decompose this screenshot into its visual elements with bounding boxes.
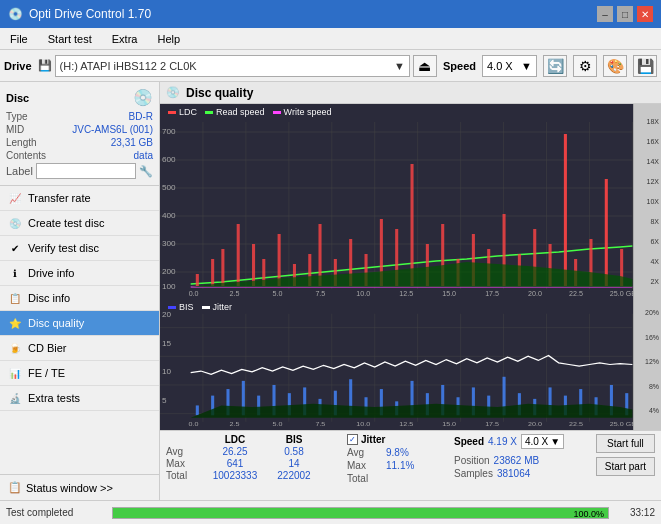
- sidebar-item-create-test-disc[interactable]: 💿 Create test disc: [0, 211, 159, 236]
- drive-value: (H:) ATAPI iHBS112 2 CL0K: [60, 60, 197, 72]
- ldc-label: LDC: [179, 107, 197, 117]
- disc-info-label: Disc info: [28, 292, 70, 304]
- ldc-header: LDC: [205, 434, 265, 445]
- position-value: 23862 MB: [494, 455, 540, 466]
- save-button[interactable]: 💾: [633, 55, 657, 77]
- menu-start-test[interactable]: Start test: [42, 31, 98, 47]
- sidebar: Disc 💿 Type BD-R MID JVC-AMS6L (001) Len…: [0, 82, 160, 500]
- maximize-button[interactable]: □: [617, 6, 633, 22]
- svg-text:20.0: 20.0: [528, 421, 542, 427]
- bottom-status-bar: Test completed 100.0% 33:12: [0, 500, 661, 524]
- svg-rect-49: [564, 134, 567, 286]
- drive-select: 💾 (H:) ATAPI iHBS112 2 CL0K ▼ ⏏: [38, 55, 437, 77]
- menu-file[interactable]: File: [4, 31, 34, 47]
- svg-text:17.5: 17.5: [485, 421, 499, 427]
- sidebar-item-extra-tests[interactable]: 🔬 Extra tests: [0, 386, 159, 411]
- max-jitter-row: Max 11.1%: [347, 460, 426, 471]
- stats-header-row: LDC BIS: [166, 434, 319, 445]
- svg-text:5: 5: [162, 397, 167, 405]
- stats-table: LDC BIS Avg 26.25 0.58 Max 641 14 Tota: [166, 434, 319, 481]
- svg-text:0.0: 0.0: [189, 290, 199, 297]
- sidebar-item-drive-info[interactable]: ℹ Drive info: [0, 261, 159, 286]
- length-value: 23,31 GB: [111, 137, 153, 148]
- svg-text:300: 300: [162, 239, 176, 248]
- content-header-icon: 💿: [166, 86, 180, 99]
- speed-row: Speed 4.19 X 4.0 X ▼: [454, 434, 564, 449]
- type-value: BD-R: [129, 111, 153, 122]
- total-jitter-row: Total: [347, 473, 426, 484]
- status-window-button[interactable]: 📋 Status window >>: [0, 475, 159, 500]
- disc-label-row: Label 🔧: [6, 163, 153, 179]
- label-input[interactable]: [36, 163, 136, 179]
- minimize-button[interactable]: –: [597, 6, 613, 22]
- verify-test-disc-label: Verify test disc: [28, 242, 99, 254]
- svg-rect-39: [411, 164, 414, 286]
- fe-te-label: FE / TE: [28, 367, 65, 379]
- max-ldc: 641: [205, 458, 265, 469]
- speed-dropdown[interactable]: 4.0 X ▼: [482, 55, 537, 77]
- label-icon[interactable]: 🔧: [139, 165, 153, 178]
- speed-col-label: Speed: [454, 436, 484, 447]
- sidebar-item-cd-bier[interactable]: 🍺 CD Bier: [0, 336, 159, 361]
- jitter-header-row: ✓ Jitter: [347, 434, 426, 445]
- disc-type-row: Type BD-R: [6, 111, 153, 122]
- y-label-16pct: 16%: [636, 334, 659, 341]
- svg-text:10.0: 10.0: [356, 290, 370, 297]
- total-row: Total 10023333 222002: [166, 470, 319, 481]
- total-label: Total: [166, 470, 201, 481]
- samples-label: Samples: [454, 468, 493, 479]
- sidebar-item-fe-te[interactable]: 📊 FE / TE: [0, 361, 159, 386]
- settings-button[interactable]: ⚙: [573, 55, 597, 77]
- legend-bis: BIS: [168, 302, 194, 312]
- svg-rect-28: [252, 244, 255, 286]
- y-label-12x: 12X: [636, 178, 659, 185]
- svg-text:12.5: 12.5: [399, 421, 413, 427]
- app-title: Opti Drive Control 1.70: [29, 7, 151, 21]
- time-display: 33:12: [615, 507, 655, 518]
- max-jitter-label: Max: [347, 460, 382, 471]
- speed-current-value: 4.19 X: [488, 436, 517, 447]
- menu-extra[interactable]: Extra: [106, 31, 144, 47]
- sidebar-item-verify-test-disc[interactable]: ✔ Verify test disc: [0, 236, 159, 261]
- svg-rect-30: [278, 234, 281, 286]
- svg-text:200: 200: [162, 267, 176, 276]
- y-label-14x: 14X: [636, 158, 659, 165]
- start-full-button[interactable]: Start full: [596, 434, 655, 453]
- svg-text:400: 400: [162, 211, 176, 220]
- speed-arrow-icon: ▼: [521, 60, 532, 72]
- sidebar-item-transfer-rate[interactable]: 📈 Transfer rate: [0, 186, 159, 211]
- drive-dropdown[interactable]: (H:) ATAPI iHBS112 2 CL0K ▼: [55, 55, 410, 77]
- legend-write-speed: Write speed: [273, 107, 332, 117]
- total-bis: 222002: [269, 470, 319, 481]
- titlebar-controls: – □ ✕: [597, 6, 653, 22]
- contents-value: data: [134, 150, 153, 161]
- sidebar-item-disc-info[interactable]: 📋 Disc info: [0, 286, 159, 311]
- sidebar-item-disc-quality[interactable]: ⭐ Disc quality: [0, 311, 159, 336]
- menu-help[interactable]: Help: [151, 31, 186, 47]
- legend-ldc: LDC: [168, 107, 197, 117]
- color-button[interactable]: 🎨: [603, 55, 627, 77]
- bis-color: [168, 306, 176, 309]
- eject-button[interactable]: ⏏: [413, 55, 437, 77]
- speed-value: 4.0 X: [487, 60, 513, 72]
- bis-label: BIS: [179, 302, 194, 312]
- y-label-18x: 18X: [636, 118, 659, 125]
- svg-text:5.0: 5.0: [272, 290, 282, 297]
- create-test-disc-label: Create test disc: [28, 217, 104, 229]
- speed-select[interactable]: 4.0 X ▼: [521, 434, 564, 449]
- svg-rect-85: [196, 405, 199, 415]
- speed-select-arrow: ▼: [550, 436, 560, 447]
- legend-read-speed: Read speed: [205, 107, 265, 117]
- start-part-button[interactable]: Start part: [596, 457, 655, 476]
- y-label-6x: 6X: [636, 238, 659, 245]
- svg-text:10: 10: [162, 368, 171, 376]
- refresh-button[interactable]: 🔄: [543, 55, 567, 77]
- close-button[interactable]: ✕: [637, 6, 653, 22]
- disc-title: Disc: [6, 92, 29, 104]
- menubar: File Start test Extra Help: [0, 28, 661, 50]
- jitter-checkbox[interactable]: ✓: [347, 434, 358, 445]
- drive-info-icon: ℹ: [8, 266, 22, 280]
- svg-text:22.5: 22.5: [569, 290, 583, 297]
- svg-text:0.0: 0.0: [189, 421, 199, 427]
- disc-eject-icon[interactable]: 💿: [133, 88, 153, 107]
